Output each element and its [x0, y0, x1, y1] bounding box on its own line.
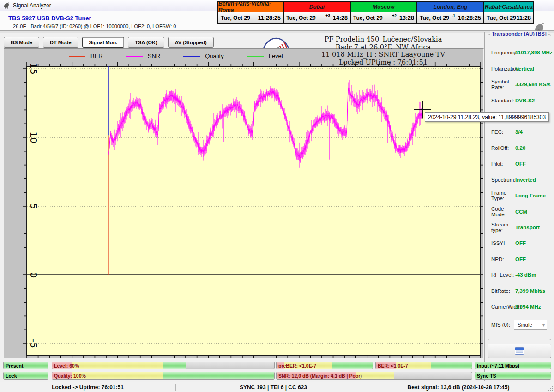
- transponder-row-label: FEC:: [491, 129, 515, 135]
- mis-dropdown[interactable]: Single ▾: [514, 320, 547, 330]
- lock-indicator: Lock: [3, 372, 48, 380]
- transponder-row-label: ISSYI: [491, 240, 515, 246]
- bar-label: Sync TS: [477, 372, 496, 379]
- transponder-row: Pilot:OFF: [488, 156, 551, 172]
- resize-grip[interactable]: [548, 386, 553, 392]
- plot-area[interactable]: [4, 49, 483, 358]
- bar-label: Quality: 100%: [54, 372, 86, 379]
- transponder-panel-title: Transponder (AU) [BS]: [490, 31, 548, 36]
- transponder-row: Spectrum:Inverted: [488, 172, 551, 188]
- bar-label: SNR: 12,0 dB (Margin: 4,1 dB | Poor): [278, 372, 362, 379]
- transponder-row: Stream type:Transport: [488, 220, 551, 235]
- clock-dubai: Dubai Tue, Oct 29+314:28: [284, 2, 351, 23]
- status-separator: [546, 384, 546, 391]
- y-tick-label: -5: [24, 334, 43, 353]
- clock-moscow: Moscow Tue, Oct 29+213:28: [351, 2, 417, 23]
- bar-segment-green: [163, 372, 275, 379]
- transponder-row: Frame Type:Long Frame: [488, 188, 551, 203]
- present-indicator: Present: [3, 362, 48, 369]
- sync-ts-indicator: Sync TS: [475, 372, 551, 380]
- transponder-row-label: CarrierWidth:: [491, 304, 515, 309]
- header-line-uptime: Locked UPtime : 76:01:51: [286, 59, 480, 66]
- tsa-button[interactable]: TSA (OK): [128, 37, 164, 48]
- level-bar: Level: 60%: [52, 362, 275, 369]
- transponder-panel: Transponder (AU) [BS] Frequency:11017,89…: [488, 34, 551, 340]
- bs-mode-button[interactable]: BS Mode: [4, 37, 39, 48]
- clock-rabat: Rabat-Casablanca Tue, Oct 2911:28: [484, 2, 533, 23]
- transponder-row-value: -43 dBm: [515, 272, 536, 278]
- clock-london: London, Eng Tue, Oct 29-110:28:25: [417, 2, 484, 23]
- clock-date: Tue, Oct 29: [221, 15, 250, 21]
- y-tick-label: 10: [24, 128, 43, 147]
- transponder-row-label: Frequency:: [491, 50, 515, 55]
- bar-segment-yellow: [356, 372, 393, 379]
- transponder-row-value: Transport: [515, 225, 540, 230]
- bar-segment-green: [431, 362, 472, 369]
- transponder-row-label: Polarization:: [491, 66, 515, 71]
- transponder-row-value: 3/4: [515, 129, 523, 135]
- bar-label: BER: <1.0E-7: [378, 362, 408, 369]
- bar-segment-green: [163, 362, 186, 369]
- bar-label: Level: 60%: [54, 362, 79, 369]
- dt-mode-button[interactable]: DT Mode: [43, 37, 78, 48]
- mode-toolbar: BS Mode DT Mode Signal Mon. TSA (OK) AV …: [4, 37, 214, 48]
- transponder-row-value: 7,399 Mbit/s: [515, 288, 545, 294]
- bar-segment-green: [332, 362, 373, 369]
- clock-city-label: Moscow: [351, 2, 416, 12]
- signal-mon-button[interactable]: Signal Mon.: [82, 37, 125, 48]
- transponder-row: Polarization:Vertical: [488, 60, 551, 76]
- clock-date: Tue, Oct 29: [420, 15, 449, 21]
- ber-bar: BER: <1.0E-7: [375, 362, 472, 369]
- transponder-row-label: NPD:: [491, 256, 515, 262]
- clock-utc-offset: -1: [450, 13, 455, 18]
- status-uptime: Locked -> Uptime: 76:01:51: [0, 382, 175, 392]
- quality-bar: Quality: 100%: [52, 372, 275, 380]
- transponder-row-label: Code Mode:: [491, 206, 515, 217]
- clock-date: Tue, Oct 29: [353, 15, 383, 21]
- transponder-row-label: RF Level:: [491, 272, 515, 278]
- transponder-row: RollOff:0.20: [488, 140, 551, 156]
- signal-chart[interactable]: BER SNR Quality Level 151050-5: [4, 48, 484, 358]
- clock-time: 13:28: [399, 15, 414, 21]
- av-button[interactable]: AV (Stopped): [168, 37, 214, 48]
- bar-segment-gray: [186, 362, 274, 369]
- clock-city-label: Dubai: [284, 2, 350, 12]
- panel-grid-icon: [515, 347, 524, 355]
- clock-time: 14:28: [333, 15, 348, 21]
- panel-divider: [484, 32, 485, 381]
- status-sync-counters: SYNC 193 | TEI 6 | CC 623: [176, 382, 371, 392]
- clock-time: 10:28:25: [458, 15, 481, 21]
- transponder-row-label: Symbol Rate:: [491, 79, 515, 90]
- transponder-row-value: Vertical: [515, 66, 534, 71]
- transponder-row: ISSYIOFF: [488, 235, 551, 251]
- transponder-row-label: Pilot:: [491, 161, 515, 166]
- clock-berlin: Berlin-Paris-Vienna-Roma Tue, Oct 2911:2…: [218, 2, 284, 23]
- bar-label: Present: [6, 362, 24, 369]
- signal-analyzer-window: Signal Analyzer TBS 5927 USB DVB-S2 Tune…: [0, 0, 554, 392]
- clock-date: Tue, Oct 29: [487, 15, 516, 21]
- app-dish-icon: [3, 2, 10, 9]
- transponder-row-value: OFF: [515, 161, 526, 166]
- transponder-row: NPD:OFF: [488, 251, 551, 267]
- transponder-row-value: Long Frame: [515, 193, 546, 198]
- tuner-details: 26.0E - Badr 4/5/6/7 (ID: 0260) @ LOF1: …: [13, 24, 176, 29]
- mis-label: MIS (0):: [491, 322, 510, 327]
- tuner-name: TBS 5927 USB DVB-S2 Tuner: [8, 15, 91, 22]
- transponder-row-value: DVB-S2: [515, 98, 535, 103]
- bar-segment-yellow: [72, 362, 163, 369]
- transponder-row-label: Frame Type:: [491, 190, 515, 201]
- transponder-row-label: Spectrum:: [491, 177, 515, 183]
- constellation-button[interactable]: [488, 344, 551, 358]
- clock-date: Tue, Oct 29: [286, 15, 316, 21]
- transponder-row: BitRate:7,399 Mbit/s: [488, 283, 551, 299]
- clock-time: 11:28:25: [258, 15, 281, 21]
- site-header-block: PF Prodelin 450_Lučenec/Slovakia Badr 7 …: [286, 36, 480, 66]
- bar-segment-gray: [394, 372, 472, 379]
- clock-utc-offset: +3: [324, 13, 330, 18]
- transponder-row: FEC:3/4: [488, 124, 551, 140]
- clock-city-label: Rabat-Casablanca: [484, 2, 533, 12]
- header-line-dish: PF Prodelin 450_Lučenec/Slovakia: [286, 36, 480, 43]
- mis-selected-value: Single: [518, 322, 532, 327]
- horizontal-separator: [0, 30, 554, 33]
- clock-time: 11:28: [517, 15, 531, 21]
